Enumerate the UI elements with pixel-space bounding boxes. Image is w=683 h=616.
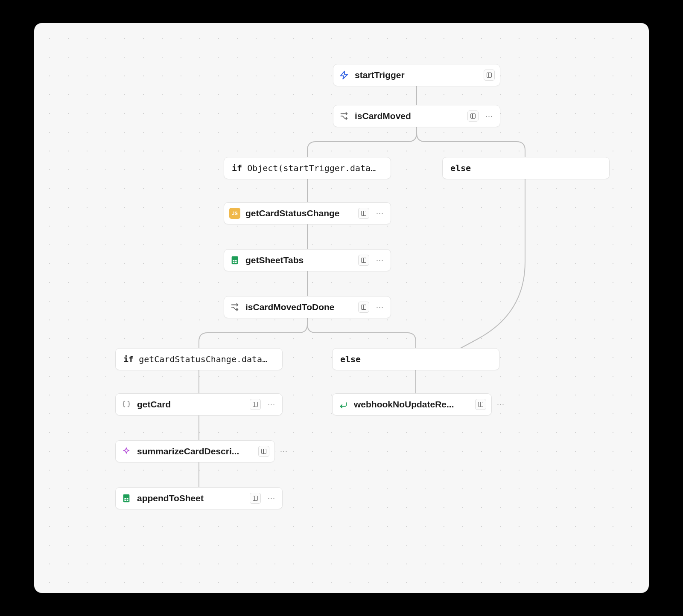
node-label: getCard (137, 399, 245, 410)
node-label: isCardMovedToDone (245, 302, 353, 312)
node-label: isCardMoved (355, 111, 462, 121)
sheet-icon (229, 255, 240, 266)
branch-icon (339, 110, 350, 122)
node-webhookNoUpdateResponse[interactable]: webhookNoUpdateRe... (332, 393, 492, 416)
condition-label: if Object(startTrigger.data… (232, 163, 376, 173)
more-menu-button[interactable]: ··· (266, 399, 277, 410)
node-label: webhookNoUpdateRe... (354, 399, 470, 410)
svg-marker-8 (341, 71, 348, 79)
condition-label: else (450, 163, 471, 173)
condition-label: if getCardStatusChange.data… (123, 354, 267, 364)
condition-label: else (340, 354, 361, 364)
node-label: summarizeCardDescri... (137, 446, 253, 456)
node-label: appendToSheet (137, 493, 245, 503)
node-getSheetTabs[interactable]: getSheetTabs ··· (224, 249, 391, 271)
more-menu-button[interactable]: ··· (495, 399, 506, 410)
more-menu-button[interactable]: ··· (484, 110, 495, 122)
node-startTrigger[interactable]: startTrigger (333, 64, 500, 86)
more-menu-button[interactable]: ··· (374, 302, 385, 313)
panel-toggle-button[interactable] (484, 70, 495, 81)
braces-icon (121, 399, 132, 410)
panel-toggle-button[interactable] (358, 208, 369, 219)
condition-else-1[interactable]: else (442, 157, 610, 179)
sheet-icon (121, 493, 132, 504)
panel-toggle-button[interactable] (258, 446, 269, 457)
node-isCardMovedToDone[interactable]: isCardMovedToDone ··· (224, 296, 391, 318)
panel-toggle-button[interactable] (358, 255, 369, 266)
panel-toggle-button[interactable] (358, 302, 369, 313)
node-label: getSheetTabs (245, 255, 353, 265)
node-label: startTrigger (355, 70, 479, 80)
condition-else-2[interactable]: else (332, 348, 499, 370)
bolt-icon (339, 70, 350, 81)
branch-icon (229, 302, 240, 313)
more-menu-button[interactable]: ··· (278, 446, 289, 457)
more-menu-button[interactable]: ··· (374, 255, 385, 266)
sparkle-icon (121, 446, 132, 457)
node-summarizeCardDescription[interactable]: summarizeCardDescri... (115, 440, 275, 462)
panel-toggle-button[interactable] (467, 110, 479, 122)
panel-toggle-button[interactable] (475, 399, 486, 410)
node-appendToSheet[interactable]: appendToSheet ··· (115, 487, 283, 509)
return-icon (338, 399, 349, 410)
more-menu-button[interactable]: ··· (266, 493, 277, 504)
workflow-canvas[interactable]: startTrigger isCardMoved ··· if Object(s… (34, 23, 649, 593)
node-getCard[interactable]: getCard ··· (115, 393, 283, 416)
panel-toggle-button[interactable] (250, 493, 261, 504)
condition-if-1[interactable]: if Object(startTrigger.data… (224, 157, 391, 179)
node-getCardStatusChange[interactable]: JS getCardStatusChange ··· (224, 202, 391, 224)
node-isCardMoved[interactable]: isCardMoved ··· (333, 105, 500, 127)
js-icon: JS (229, 208, 240, 219)
node-label: getCardStatusChange (245, 208, 353, 218)
more-menu-button[interactable]: ··· (374, 208, 385, 219)
condition-if-2[interactable]: if getCardStatusChange.data… (115, 348, 283, 370)
panel-toggle-button[interactable] (250, 399, 261, 410)
